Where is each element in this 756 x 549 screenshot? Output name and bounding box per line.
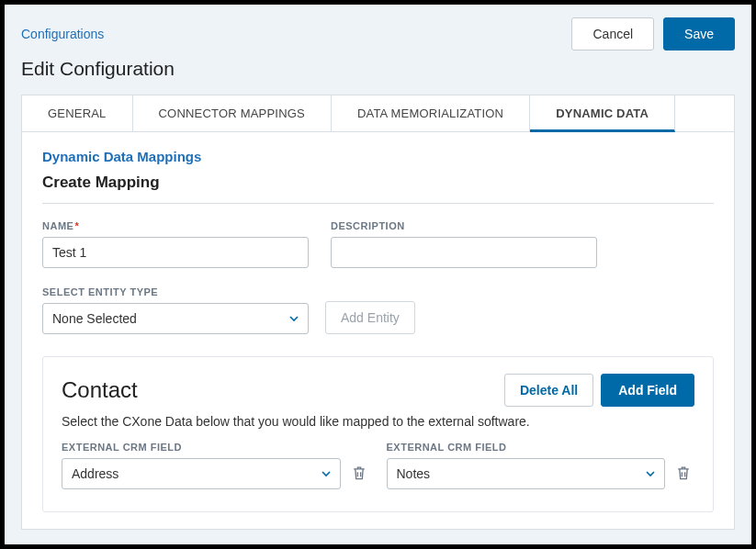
contact-card-description: Select the CXone Data below that you wou… bbox=[62, 414, 694, 429]
tab-general[interactable]: GENERAL bbox=[22, 95, 133, 131]
crm-field-value-1: Address bbox=[62, 458, 341, 489]
description-input[interactable] bbox=[331, 237, 597, 268]
tab-dynamic-data[interactable]: DYNAMIC DATA bbox=[530, 95, 675, 132]
divider bbox=[42, 203, 714, 204]
save-button[interactable]: Save bbox=[663, 17, 735, 50]
trash-icon[interactable] bbox=[350, 464, 370, 484]
dynamic-data-mappings-link[interactable]: Dynamic Data Mappings bbox=[42, 149, 714, 164]
crm-field-value-2: Notes bbox=[387, 458, 666, 489]
trash-icon[interactable] bbox=[674, 464, 694, 484]
breadcrumb-configurations[interactable]: Configurations bbox=[21, 27, 104, 41]
add-entity-button[interactable]: Add Entity bbox=[325, 301, 415, 334]
delete-all-button[interactable]: Delete All bbox=[504, 374, 593, 407]
create-mapping-title: Create Mapping bbox=[42, 174, 714, 192]
page-title: Edit Configuration bbox=[5, 54, 751, 95]
entity-type-value: None Selected bbox=[42, 303, 309, 334]
external-crm-label-2: EXTERNAL CRM FIELD bbox=[387, 442, 695, 453]
entity-type-select[interactable]: None Selected bbox=[42, 303, 309, 334]
description-label: DESCRIPTION bbox=[331, 220, 597, 231]
add-field-button[interactable]: Add Field bbox=[601, 374, 694, 407]
crm-field-select-1[interactable]: Address bbox=[62, 458, 341, 489]
entity-type-label: SELECT ENTITY TYPE bbox=[42, 286, 309, 297]
tab-connector-mappings[interactable]: CONNECTOR MAPPINGS bbox=[133, 95, 332, 131]
name-label: NAME bbox=[42, 220, 309, 231]
crm-field-select-2[interactable]: Notes bbox=[387, 458, 666, 489]
tab-data-memorialization[interactable]: DATA MEMORIALIZATION bbox=[332, 95, 530, 131]
external-crm-label-1: EXTERNAL CRM FIELD bbox=[62, 442, 370, 453]
tab-bar: GENERAL CONNECTOR MAPPINGS DATA MEMORIAL… bbox=[22, 95, 734, 132]
cancel-button[interactable]: Cancel bbox=[571, 17, 654, 50]
name-input[interactable] bbox=[42, 237, 309, 268]
contact-card-title: Contact bbox=[62, 377, 138, 403]
